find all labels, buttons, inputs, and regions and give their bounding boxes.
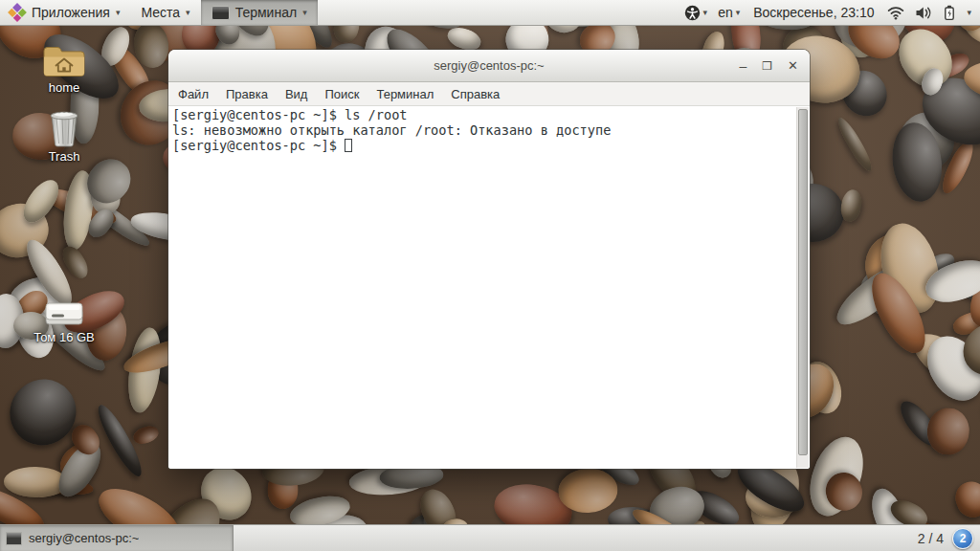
pebble bbox=[85, 178, 126, 219]
pebble bbox=[890, 104, 963, 179]
desktop-icon-trash[interactable]: Trash bbox=[27, 107, 101, 164]
pebble bbox=[925, 406, 971, 456]
maximize-icon[interactable]: ❒ bbox=[762, 60, 772, 72]
scrollbar-thumb[interactable] bbox=[798, 109, 808, 455]
close-icon[interactable]: ✕ bbox=[788, 59, 798, 72]
top-panel-right: ▾ en ▾ Воскресенье, 23:10 bbox=[684, 0, 980, 25]
pebble bbox=[51, 436, 108, 503]
app-menu-terminal-label: Терминал bbox=[235, 5, 297, 20]
battery-icon[interactable] bbox=[943, 5, 956, 21]
pebble bbox=[17, 174, 66, 229]
pebble bbox=[131, 423, 161, 447]
pebble bbox=[96, 23, 135, 71]
clock[interactable]: Воскресенье, 23:10 bbox=[750, 5, 877, 20]
chevron-down-icon[interactable]: ▾ bbox=[967, 9, 971, 17]
terminal-prompt: [sergiy@centos-pc ~]$ bbox=[172, 138, 345, 153]
terminal-prompt-line: [sergiy@centos-pc ~]$ bbox=[172, 138, 794, 153]
language-menu[interactable]: en ▾ bbox=[718, 5, 740, 20]
top-panel-left: Приложения ▾ Места ▾ Терминал ▾ bbox=[0, 0, 318, 25]
chevron-down-icon: ▾ bbox=[116, 9, 121, 17]
window-title: sergiy@centos-pc:~ bbox=[434, 58, 544, 73]
pebble bbox=[267, 471, 298, 509]
pebble bbox=[92, 401, 147, 480]
pebble bbox=[952, 313, 980, 385]
window-titlebar[interactable]: sergiy@centos-pc:~ – ❒ ✕ bbox=[168, 50, 810, 82]
pebble bbox=[932, 49, 973, 82]
chevron-down-icon: ▾ bbox=[736, 9, 741, 17]
pebble bbox=[900, 158, 932, 190]
desktop-screen: Приложения ▾ Места ▾ Терминал ▾ bbox=[0, 0, 980, 551]
pebble bbox=[912, 65, 980, 157]
workspace-indicator: 2 / 4 bbox=[918, 531, 944, 546]
drive-icon bbox=[27, 299, 101, 328]
menu-edit[interactable]: Правка bbox=[217, 87, 277, 101]
pebble bbox=[0, 294, 25, 349]
menu-search[interactable]: Поиск bbox=[316, 87, 368, 101]
pebble bbox=[131, 20, 171, 71]
app-menu-terminal[interactable]: Терминал ▾ bbox=[201, 0, 318, 25]
pebble bbox=[921, 253, 980, 310]
pebble bbox=[6, 467, 95, 498]
pebble bbox=[59, 168, 98, 252]
window-controls: – ❒ ✕ bbox=[740, 50, 798, 81]
menu-terminal[interactable]: Терминал bbox=[368, 87, 442, 101]
chevron-down-icon: ▾ bbox=[302, 9, 307, 17]
pebble bbox=[969, 324, 980, 381]
terminal-menubar: Файл Правка Вид Поиск Терминал Справка bbox=[168, 82, 810, 106]
centos-logo-icon bbox=[8, 3, 27, 22]
terminal-icon bbox=[212, 6, 230, 20]
pebble bbox=[950, 82, 980, 131]
pebble bbox=[919, 65, 947, 98]
pebble bbox=[76, 188, 154, 252]
terminal-cursor bbox=[345, 139, 352, 152]
top-panel: Приложения ▾ Места ▾ Терминал ▾ bbox=[0, 0, 980, 26]
applications-menu-label: Приложения bbox=[32, 5, 110, 20]
pebble bbox=[938, 137, 979, 196]
menu-help[interactable]: Справка bbox=[442, 87, 508, 101]
pebble bbox=[745, 476, 800, 518]
pebble bbox=[0, 365, 90, 458]
menu-view[interactable]: Вид bbox=[277, 87, 317, 101]
bottom-panel: sergiy@centos-pc:~ 2 / 4 2 bbox=[0, 524, 980, 551]
language-label: en bbox=[718, 5, 733, 20]
pebble bbox=[851, 259, 919, 325]
pebble bbox=[888, 120, 947, 205]
pebble bbox=[557, 467, 619, 514]
minimize-icon[interactable]: – bbox=[740, 59, 747, 73]
accessibility-icon bbox=[684, 5, 701, 21]
taskbar-item-label: sergiy@centos-pc:~ bbox=[29, 531, 139, 545]
pebble bbox=[947, 273, 980, 308]
workspace-switcher[interactable]: 2 / 4 2 bbox=[918, 525, 980, 551]
terminal-line: ls: невозможно открыть каталог /root: От… bbox=[172, 122, 794, 138]
volume-icon[interactable] bbox=[915, 6, 932, 20]
pebble bbox=[950, 476, 980, 521]
pebble bbox=[861, 265, 935, 361]
pebble bbox=[888, 19, 963, 97]
terminal-output[interactable]: [sergiy@centos-pc ~]$ ls /root ls: невоз… bbox=[168, 106, 810, 469]
pebble bbox=[974, 359, 980, 430]
pebble bbox=[950, 308, 980, 338]
pebble bbox=[894, 396, 945, 452]
home-folder-icon bbox=[27, 42, 101, 78]
pebble bbox=[105, 39, 157, 100]
pebble bbox=[123, 325, 166, 415]
pebble bbox=[916, 326, 980, 411]
places-menu-label: Места bbox=[141, 5, 180, 20]
accessibility-menu[interactable]: ▾ bbox=[684, 5, 708, 21]
workspace-badge[interactable]: 2 bbox=[952, 528, 973, 549]
taskbar-item-terminal[interactable]: sergiy@centos-pc:~ bbox=[0, 525, 234, 551]
desktop-icon-home[interactable]: home bbox=[27, 42, 101, 95]
menu-file[interactable]: Файл bbox=[169, 87, 217, 101]
pebble bbox=[858, 227, 937, 308]
pebble bbox=[39, 182, 121, 231]
desktop-icon-volume[interactable]: Том 16 GB bbox=[27, 299, 101, 344]
places-menu[interactable]: Места ▾ bbox=[130, 0, 200, 25]
terminal-window: sergiy@centos-pc:~ – ❒ ✕ Файл Правка Вид… bbox=[168, 50, 810, 469]
applications-menu[interactable]: Приложения ▾ bbox=[0, 0, 130, 25]
wifi-icon[interactable] bbox=[887, 6, 904, 20]
desktop-icon-label: home bbox=[27, 81, 101, 95]
pebble bbox=[348, 464, 429, 497]
pebble bbox=[0, 197, 54, 263]
pebble bbox=[834, 61, 896, 124]
terminal-scrollbar[interactable] bbox=[796, 107, 809, 468]
